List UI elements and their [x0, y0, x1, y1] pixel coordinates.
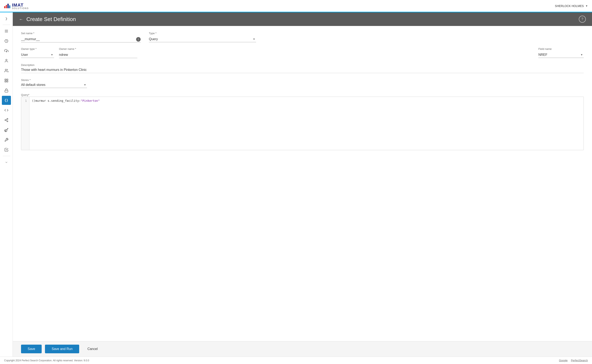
query-content: ()murmur s.sending_facility:"Pinkerton": [29, 97, 584, 150]
upload-icon: [4, 49, 8, 53]
svg-point-14: [7, 121, 8, 122]
owner-type-label: Owner type *: [21, 47, 54, 51]
sidebar-scroll-down[interactable]: [2, 158, 11, 167]
type-select-wrapper: Query Manual Script: [149, 36, 256, 42]
sidebar-item-upload[interactable]: [2, 46, 11, 55]
query-editor[interactable]: 1 ()murmur s.sending_facility:"Pinkerton…: [21, 97, 584, 150]
svg-line-15: [6, 120, 7, 121]
sidebar-item-code[interactable]: [2, 106, 11, 115]
sidebar-divider-2: [3, 156, 10, 156]
svg-rect-0: [5, 30, 8, 30]
owner-type-group: Owner type * User Group System: [21, 47, 54, 58]
query-label: Query*: [21, 93, 29, 96]
owner-name-label: Owner name *: [59, 47, 137, 51]
sidebar-item-user[interactable]: [2, 56, 11, 65]
copyright-bar: Copyright 2024 Perfect Search Corporatio…: [0, 357, 592, 364]
copyright-text: Copyright 2024 Perfect Search Corporatio…: [4, 359, 89, 362]
set-name-group: Set name * i: [21, 32, 141, 42]
stores-select[interactable]: All default stores Custom stores: [21, 82, 87, 88]
logo-bar-2: [6, 5, 7, 8]
code-icon: [4, 108, 8, 112]
main-layout: ❯ {}: [0, 12, 592, 357]
owner-name-group: Owner name *: [59, 47, 137, 58]
user-menu[interactable]: SHERLOCK HOLMES ▼: [555, 4, 588, 8]
line-number-1: 1: [24, 98, 27, 103]
query-text-part: ()murmur s.sending_facility:: [32, 99, 81, 102]
sidebar-item-list[interactable]: [2, 26, 11, 36]
cancel-button[interactable]: Cancel: [82, 345, 103, 353]
logo-bars: [4, 4, 10, 8]
form-container: Set name * i Type * Query Manual Sc: [13, 26, 592, 341]
page-title: Create Set Definition: [27, 16, 76, 22]
row-description: Description: [21, 63, 584, 73]
save-and-run-button[interactable]: Save and Run: [45, 345, 79, 353]
wrench-icon: [4, 138, 8, 142]
svg-rect-2: [5, 32, 8, 32]
key-icon: [4, 128, 8, 132]
sidebar-item-users[interactable]: [2, 66, 11, 75]
type-select[interactable]: Query Manual Script: [149, 36, 256, 42]
field-name-select[interactable]: NREF ID NAME: [538, 52, 584, 58]
user-name: SHERLOCK HOLMES: [555, 4, 584, 8]
logo-bar-1: [4, 6, 5, 8]
info-icon[interactable]: i: [136, 37, 141, 42]
content-area: ← Create Set Definition ? Set name * i: [13, 12, 592, 357]
top-nav: IMAT SOLUTIONS SHERLOCK HOLMES ▼: [0, 0, 592, 12]
set-name-input[interactable]: [21, 36, 141, 42]
save-button[interactable]: Save: [21, 345, 42, 353]
field-name-group: Field name NREF ID NAME: [538, 47, 584, 58]
checklist-icon: [4, 148, 8, 152]
sidebar-item-grid[interactable]: [2, 76, 11, 85]
lock-icon: [4, 88, 8, 92]
svg-rect-8: [7, 79, 8, 80]
description-input[interactable]: [21, 67, 584, 73]
chevron-down-sidebar-icon: [5, 161, 8, 164]
type-label: Type *: [149, 32, 256, 35]
sidebar: ❯ {}: [0, 12, 13, 357]
svg-point-12: [7, 118, 8, 119]
sidebar-item-wrench[interactable]: [2, 135, 11, 144]
set-name-input-wrapper: i: [21, 36, 141, 42]
help-button[interactable]: ?: [579, 16, 586, 23]
braces-icon: {}: [4, 98, 8, 102]
row-owner: Owner type * User Group System Owner nam…: [21, 47, 584, 58]
logo-solutions: SOLUTIONS: [12, 7, 29, 9]
type-group: Type * Query Manual Script: [149, 32, 256, 42]
owner-type-select[interactable]: User Group System: [21, 52, 54, 58]
sidebar-item-key[interactable]: [2, 125, 11, 135]
sidebar-item-checklist[interactable]: [2, 145, 11, 154]
sidebar-item-lock[interactable]: [2, 86, 11, 95]
logo-imat: IMAT: [12, 2, 24, 8]
svg-rect-10: [7, 81, 8, 82]
row-query: Query* 1 ()murmur s.sending_facility:"Pi…: [21, 93, 584, 150]
svg-point-5: [6, 59, 7, 61]
svg-point-6: [5, 69, 7, 71]
users-icon: [4, 69, 8, 73]
description-label: Description: [21, 64, 34, 66]
logo-bar-4: [9, 5, 10, 8]
logo-text-area: IMAT SOLUTIONS: [12, 2, 29, 9]
query-string-part: "Pinkerton": [81, 99, 100, 102]
query-line-numbers: 1: [21, 97, 29, 150]
form-scroll: Set name * i Type * Query Manual Sc: [13, 26, 592, 341]
back-button[interactable]: ←: [19, 17, 23, 22]
svg-line-16: [6, 119, 7, 120]
sidebar-item-share[interactable]: [2, 116, 11, 125]
sidebar-item-collapse[interactable]: ❯: [2, 14, 11, 23]
row-set-name-type: Set name * i Type * Query Manual Sc: [21, 32, 584, 42]
copyright-links: Google PerfectSearch: [559, 359, 588, 362]
sidebar-item-clock[interactable]: [2, 36, 11, 46]
perfect-search-link[interactable]: PerfectSearch: [571, 359, 588, 362]
svg-point-13: [5, 120, 6, 121]
owner-type-select-wrapper: User Group System: [21, 52, 54, 58]
row-stores: Stores * All default stores Custom store…: [21, 78, 584, 88]
logo: IMAT SOLUTIONS: [4, 2, 29, 9]
sidebar-item-set-def[interactable]: {}: [2, 96, 11, 105]
logo-bar-3: [7, 4, 9, 8]
google-link[interactable]: Google: [559, 359, 568, 362]
owner-name-input[interactable]: [59, 52, 137, 58]
field-name-select-wrapper: NREF ID NAME: [538, 52, 584, 58]
stores-label: Stores *: [21, 78, 31, 82]
svg-rect-11: [5, 90, 8, 92]
page-header: ← Create Set Definition ?: [13, 12, 592, 26]
